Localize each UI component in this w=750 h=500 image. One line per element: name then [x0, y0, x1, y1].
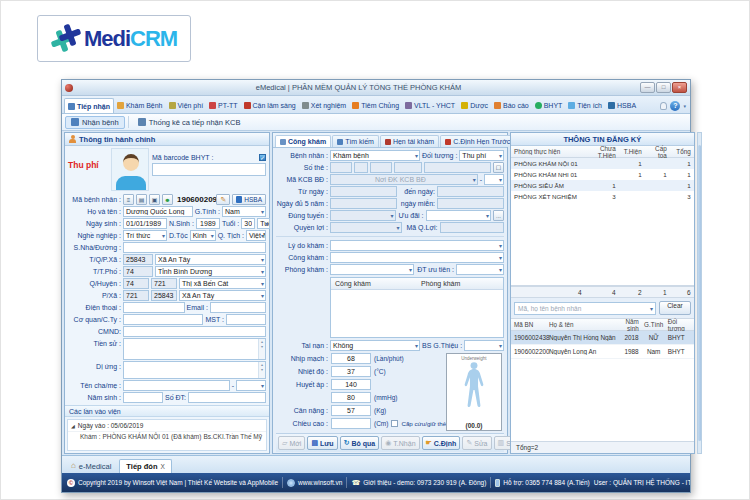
allergy-textarea[interactable]: ▴▾ — [123, 361, 266, 379]
free-date-input[interactable] — [437, 198, 504, 209]
save-button[interactable]: ▤Lưu — [307, 436, 337, 450]
ribbon-tab-bhyt[interactable]: BHYT — [532, 98, 566, 113]
help-button[interactable]: ? — [670, 101, 680, 111]
card-seg5-input[interactable] — [424, 162, 491, 173]
gender-select[interactable]: Nam — [222, 206, 266, 217]
bp-dia-input[interactable] — [331, 392, 371, 403]
patient-search-combo[interactable]: Mã, họ tên bệnh nhân — [514, 302, 656, 315]
mst-input[interactable] — [226, 314, 266, 325]
company-input[interactable] — [123, 314, 203, 325]
notification-icon[interactable] — [660, 102, 667, 110]
clear-button[interactable]: Clear — [659, 301, 691, 315]
barcode-input[interactable] — [152, 163, 266, 176]
five-year-input[interactable] — [330, 198, 397, 209]
tab-tiep-don[interactable]: Tiếp đónX — [119, 459, 171, 473]
phone-input[interactable] — [123, 302, 185, 313]
reason-select[interactable] — [330, 240, 504, 251]
ward2-select[interactable]: Xã An Tây — [179, 290, 266, 301]
restore-button[interactable]: □ — [656, 82, 671, 93]
col-object[interactable]: Đối tượng — [666, 318, 694, 332]
col-birth-year[interactable]: Năm sinh — [616, 318, 642, 332]
route-select[interactable] — [330, 210, 396, 221]
ribbon-tab-can-lam-sang[interactable]: Cận lâm sàng — [241, 98, 299, 113]
table-row[interactable]: PHÒNG XÉT NGHIỆM 3 3 — [511, 191, 694, 202]
col-gender[interactable]: G.Tính — [642, 321, 666, 328]
priority-select[interactable] — [456, 264, 504, 275]
expander-icon[interactable]: ◢ — [71, 423, 75, 429]
ribbon-tab-hsba[interactable]: HSBA — [605, 98, 639, 113]
col-room[interactable]: Phòng thực hiện — [511, 148, 585, 155]
card-button[interactable]: ▤ — [136, 194, 147, 205]
photo-button[interactable]: ▣ — [149, 194, 160, 205]
object-select[interactable]: Thu phí — [459, 150, 504, 161]
ribbon-tab-bao-cao[interactable]: Báo cáo — [491, 98, 532, 113]
patient-type-select[interactable]: Khám bệnh — [330, 150, 420, 161]
minimize-button[interactable]: — — [640, 82, 655, 93]
tab-e-medical[interactable]: ⌂e-Medical — [65, 459, 117, 473]
card-seg1-input[interactable] — [330, 162, 352, 173]
assign-button[interactable]: ☛C.Định — [422, 436, 461, 450]
barcode-checkbox[interactable]: ✓ — [259, 154, 266, 161]
nationality-select[interactable]: Việt Nam — [246, 230, 266, 241]
ribbon-tab-tiem-chung[interactable]: Tiêm Chủng — [349, 98, 402, 113]
grid-header-service[interactable]: Công khám — [331, 280, 417, 287]
district-code2-input[interactable] — [151, 278, 177, 289]
website-link[interactable]: www.winsoft.vn — [298, 479, 342, 486]
ribbon-tab-kham-benh[interactable]: Khám Bệnh — [114, 98, 166, 113]
age-unit-select[interactable]: Tuổi — [257, 218, 270, 229]
ref-doctor-select[interactable] — [464, 340, 504, 351]
history-textarea[interactable]: ▴▾ — [123, 338, 266, 360]
name-input[interactable] — [123, 206, 193, 217]
visit-date-row[interactable]: ◢ Ngày vào : 05/06/2019 — [68, 420, 266, 431]
ribbon-tab-vltl-yhct[interactable]: VLTL - YHCT — [402, 98, 458, 113]
receive-button[interactable]: ◉T.Nhận — [381, 436, 419, 450]
kcb-extra-select[interactable] — [484, 174, 504, 185]
tab-hen-tai-kham[interactable]: Hẹn tái khám — [380, 135, 439, 147]
ward-select[interactable]: Xã An Tây — [155, 254, 266, 265]
ward2-code1-input[interactable] — [123, 290, 149, 301]
card-reader-button[interactable]: ☐ — [493, 162, 504, 173]
district-select[interactable]: Thị xã Bến Cát — [179, 278, 266, 289]
tab-tim-kiem[interactable]: Tìm kiếm — [332, 135, 379, 147]
benefit-select[interactable] — [330, 222, 402, 233]
ribbon-tab-vien-phi[interactable]: Viện phí — [166, 98, 207, 113]
tab-close-icon[interactable]: X — [160, 463, 164, 470]
title-bar[interactable]: eMedical | PHẦN MỀM QUẢN LÝ TỔNG THỂ PHÒ… — [62, 80, 690, 96]
card-seg4-input[interactable] — [394, 162, 422, 173]
subtab-nhan-benh[interactable]: Nhận bệnh — [65, 116, 125, 129]
ribbon-tab-pt-tt[interactable]: PT-TT — [206, 98, 240, 113]
user-green-button[interactable]: ☻ — [162, 194, 173, 205]
bp-sys-input[interactable] — [331, 379, 371, 390]
tab-cong-kham[interactable]: Công khám — [275, 135, 331, 147]
province-code-input[interactable] — [123, 266, 153, 277]
to-date-input[interactable] — [437, 186, 504, 197]
visit-detail-row[interactable]: Khám : PHÒNG KHÁM NỘI 01 (Đã khám) Bs.CK… — [68, 431, 266, 441]
more-button[interactable]: ... — [493, 210, 504, 221]
grid-header-room[interactable]: Phòng khám — [417, 280, 503, 287]
room-select[interactable] — [330, 264, 414, 275]
parent-phone-input[interactable] — [188, 392, 266, 403]
service-select[interactable] — [330, 252, 504, 263]
height-input[interactable] — [331, 418, 371, 429]
parent-type-select[interactable] — [236, 380, 266, 391]
edit-button[interactable]: ✎ — [216, 194, 230, 205]
job-select[interactable]: Trí thức — [123, 230, 167, 241]
card-seg2-input[interactable] — [354, 162, 368, 173]
street-input[interactable] — [123, 242, 266, 253]
ribbon-tab-tien-ich[interactable]: Tiện ích — [565, 98, 605, 113]
district-code1-input[interactable] — [123, 278, 149, 289]
dob-input[interactable] — [123, 218, 167, 229]
close-button[interactable]: × — [672, 82, 687, 93]
parent-year-input[interactable] — [123, 392, 163, 403]
col-patient-id[interactable]: Mã BN — [511, 321, 549, 328]
ribbon-tab-xet-nghiem[interactable]: Xét nghiệm — [299, 98, 349, 113]
visits-section-header[interactable]: Các lần vào viện — [65, 405, 269, 417]
col-done[interactable]: T.Hiện — [619, 148, 645, 155]
pulse-input[interactable] — [331, 353, 371, 364]
col-pending[interactable]: Chưa T.Hiện — [585, 145, 619, 159]
spinner-icon[interactable]: ▴▾ — [258, 339, 265, 359]
ribbon-tab-duoc[interactable]: Dược — [458, 98, 491, 113]
ward-code-input[interactable] — [123, 254, 153, 265]
cmnd-input[interactable] — [123, 326, 266, 337]
discount-select[interactable] — [426, 210, 492, 221]
